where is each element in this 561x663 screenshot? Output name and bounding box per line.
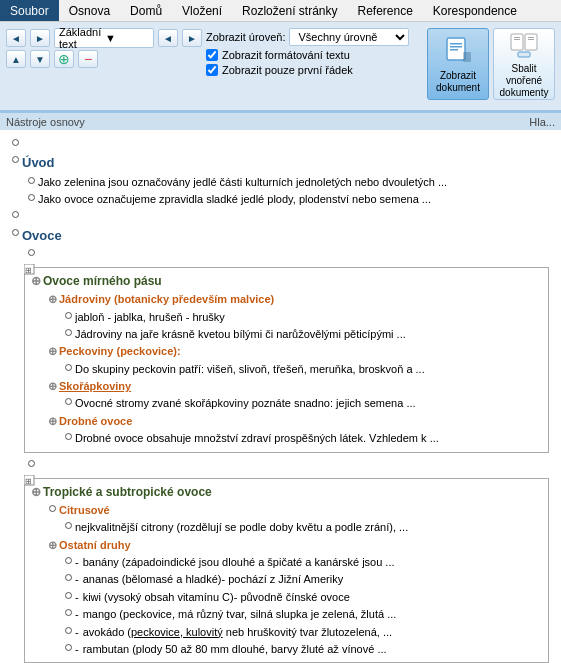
checkbox-formatting-label: Zobrazit formátování textu [222,49,350,61]
heading-tropicke: Tropické a subtropické ovoce [43,484,212,501]
list-item: Drobné ovoce obsahuje množství zdraví pr… [61,430,544,447]
menu-soubor[interactable]: Soubor [0,0,59,21]
list-item: ⊕ Ostatní druhy [45,537,544,554]
list-item: - kiwi (vysoký obsah vitamínu C)- původn… [61,589,544,606]
bullet-icon [61,627,75,634]
plus-icon[interactable]: ⊕ [45,540,59,551]
bullet-icon [24,194,38,201]
btn-zobrazit-document[interactable]: Zobrazitdokument [427,28,489,100]
nav-left-btn[interactable]: ◄ [6,29,26,47]
checkbox-firstline-label: Zobrazit pouze první řádek [222,64,353,76]
heading-peckoviny: Peckoviny (peckovice): [59,344,181,359]
bullet-icon [61,522,75,529]
nav-collapse-btn[interactable]: − [78,50,98,68]
subdoc-corner-icon2: ⊞ [24,475,36,490]
checkbox-formatting[interactable] [206,49,218,61]
subdoc-box-tropicke: ⊞ ⊕ Tropické a subtropické ovoce Citruso… [24,478,549,663]
svg-text:⊞: ⊞ [25,477,32,486]
ribbon-nav-row1: ◄ ► Základní text ▼ ◄ ► [6,28,202,48]
btn-zobrazit-label: Zobrazitdokument [436,70,480,94]
svg-text:⊞: ⊞ [25,266,32,275]
ribbon-bottom-right-label: Hla... [529,116,555,128]
heading-ovoce: Ovoce [22,227,62,245]
svg-rect-10 [528,39,534,40]
bullet-icon [61,609,75,616]
list-item: ⊕ Tropické a subtropické ovoce [29,483,544,502]
bullet-icon [61,312,75,319]
bullet-icon [61,592,75,599]
btn-sbalit-label: Sbalit vnořenédokumenty [498,63,550,99]
bullet-icon [24,177,38,184]
ribbon-right-group: Zobrazitdokument Sbalit vnořenédokume [427,28,555,100]
nav-expand-btn[interactable]: ⊕ [54,50,74,68]
list-item: nejkvalitnější citrony (rozdělují se pod… [61,519,544,536]
svg-rect-4 [463,52,471,62]
list-item: Do skupiny peckovin patří: višeň, slivoň… [61,361,544,378]
list-item [8,208,553,225]
level-dropdown[interactable]: Všechny úrovně [289,28,409,46]
bullet-icon [8,211,22,218]
list-item: Jako ovoce označujeme zpravidla sladké j… [24,191,553,208]
checkbox-firstline-row: Zobrazit pouze první řádek [206,64,423,76]
ribbon-bottom-bar: Nástroje osnovy Hla... [0,112,561,130]
menu-reference[interactable]: Reference [347,0,422,21]
menu-bar: Soubor Osnova Domů Vložení Rozložení str… [0,0,561,22]
menu-osnova[interactable]: Osnova [59,0,120,21]
svg-rect-5 [511,34,523,50]
bullet-icon [61,644,75,651]
svg-rect-9 [528,37,534,38]
svg-rect-1 [450,43,462,45]
nav-right-btn[interactable]: ► [30,29,50,47]
heading-drobne: Drobné ovoce [59,414,132,429]
list-item: ⊕ Jádroviny (botanicky především malvice… [45,291,544,308]
checkbox-firstline[interactable] [206,64,218,76]
document-icon [442,35,474,67]
menu-rozlozeni[interactable]: Rozložení stránky [232,0,347,21]
svg-rect-11 [518,52,530,57]
list-item [24,457,553,474]
subdoc-mirneho: ⊞ ⊕ Ovoce mírného pásu ⊕ Jádroviny (bota… [8,267,553,452]
ribbon: ◄ ► Základní text ▼ ◄ ► ▲ ▼ ⊕ − Zobrazit… [0,22,561,112]
bullet-icon [24,460,38,467]
list-item: Jako zelenina jsou označovány jedlé část… [24,174,553,191]
list-item: Úvod [8,153,553,173]
svg-rect-2 [450,46,462,48]
heading-skor: Skořápkoviny [59,379,131,394]
subdoc-tropicke: ⊞ ⊕ Tropické a subtropické ovoce Citruso… [8,478,553,663]
menu-vlozeni[interactable]: Vložení [172,0,232,21]
list-item [24,246,553,263]
plus-icon[interactable]: ⊕ [45,416,59,427]
btn-sbalit-documents[interactable]: Sbalit vnořenédokumenty [493,28,555,100]
nav-up-btn[interactable]: ▲ [6,50,26,68]
plus-icon[interactable]: ⊕ [45,294,59,305]
bullet-icon [8,229,22,236]
list-item: ⊕ Ovoce mírného pásu [29,272,544,291]
plus-icon[interactable]: ⊕ [45,381,59,392]
nav-promote-btn[interactable]: ◄ [158,29,178,47]
list-item: - banány (západoindické jsou dlouhé a šp… [61,554,544,571]
style-dropdown[interactable]: Základní text ▼ [54,28,154,48]
heading-uvod: Úvod [22,154,55,172]
checkbox-formatting-row: Zobrazit formátování textu [206,49,423,61]
nav-down-btn[interactable]: ▼ [30,50,50,68]
level-row: Zobrazit úroveň: Všechny úrovně [206,28,423,46]
ribbon-nav-group: ◄ ► Základní text ▼ ◄ ► ▲ ▼ ⊕ − [6,28,202,68]
bullet-icon [61,574,75,581]
plus-icon[interactable]: ⊕ [45,346,59,357]
bullet-icon [45,505,59,512]
list-item: Ovocné stromy zvané skořápkoviny poznáte… [61,395,544,412]
bullet-icon [61,329,75,336]
list-item: ⊕ Skořápkoviny [45,378,544,395]
bullet-icon [61,557,75,564]
list-item: - avokádo (peckovice, kulovitý neb hrušk… [61,624,544,641]
nav-demote-btn[interactable]: ► [182,29,202,47]
menu-domu[interactable]: Domů [120,0,172,21]
menu-korespondence[interactable]: Korespondence [423,0,527,21]
style-dropdown-value: Základní text [59,26,103,50]
list-item [8,136,553,153]
list-item: ⊕ Peckoviny (peckovice): [45,343,544,360]
level-label: Zobrazit úroveň: [206,31,285,43]
subdoc-corner-icon: ⊞ [24,264,36,279]
heading-jadroviny: Jádroviny (botanicky především malvice) [59,292,274,307]
outline-area: Úvod Jako zelenina jsou označovány jedlé… [0,130,561,663]
